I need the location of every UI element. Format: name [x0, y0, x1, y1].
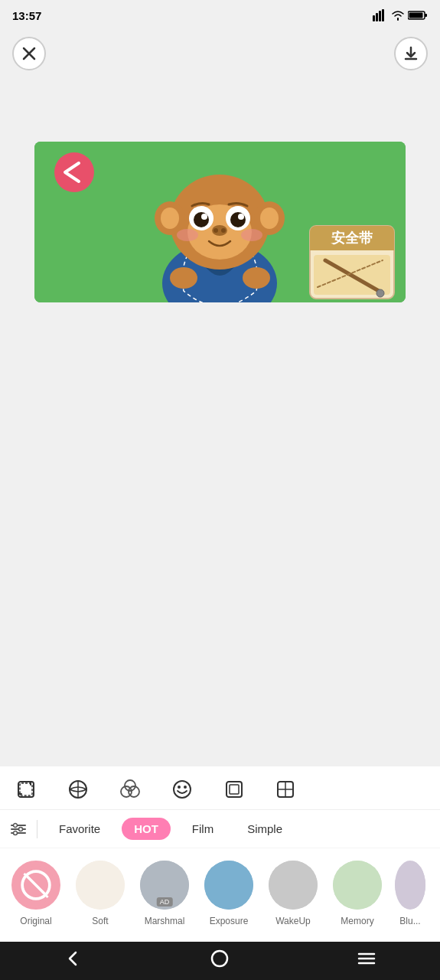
svg-point-50 [178, 786, 181, 789]
svg-point-33 [243, 267, 270, 289]
filter-blur-circle [395, 861, 425, 910]
svg-point-29 [221, 228, 226, 233]
nav-menu-button[interactable] [342, 943, 391, 978]
menu-icon [357, 949, 376, 968]
svg-point-23 [194, 212, 209, 227]
filter-soft-label: Soft [92, 916, 108, 926]
divider [37, 820, 37, 838]
svg-point-12 [54, 152, 94, 192]
filter-marshmal-circle: AD [140, 861, 189, 910]
filter-category-row: Favorite HOT Film Simple [0, 810, 440, 848]
category-favorite[interactable]: Favorite [47, 818, 112, 840]
more-tool[interactable] [272, 776, 300, 803]
svg-point-30 [177, 229, 198, 241]
svg-point-71 [395, 861, 425, 910]
svg-rect-53 [230, 785, 239, 794]
close-icon [22, 47, 36, 60]
filter-exposure-circle [204, 861, 253, 910]
svg-rect-52 [227, 782, 242, 797]
svg-point-25 [201, 214, 207, 220]
svg-rect-1 [376, 13, 378, 21]
filter-exposure-label: Exposure [210, 916, 249, 926]
svg-point-47 [129, 786, 139, 797]
crop-tool[interactable] [12, 776, 40, 803]
svg-point-72 [212, 951, 227, 966]
svg-rect-3 [382, 9, 384, 21]
filter-exposure[interactable]: Exposure [202, 861, 256, 926]
home-circle-icon [210, 949, 229, 968]
svg-point-48 [125, 780, 135, 791]
svg-point-61 [19, 827, 23, 831]
close-button[interactable] [12, 37, 46, 70]
svg-point-69 [269, 861, 318, 910]
category-hot[interactable]: HOT [122, 818, 171, 840]
svg-point-62 [14, 831, 18, 835]
svg-point-41 [376, 289, 384, 297]
svg-point-66 [76, 861, 125, 910]
status-time: 13:57 [12, 9, 41, 22]
exposure-icon [204, 861, 253, 910]
filter-original[interactable]: Original [9, 861, 63, 926]
svg-rect-6 [409, 13, 423, 18]
filter-soft[interactable]: Soft [73, 861, 127, 926]
top-bar [0, 31, 440, 77]
svg-point-51 [184, 786, 187, 789]
svg-point-60 [14, 823, 18, 827]
nav-back-button[interactable] [49, 943, 98, 978]
filter-wakeup-circle [269, 861, 318, 910]
beauty-tool[interactable] [116, 776, 144, 803]
download-button[interactable] [394, 37, 428, 70]
wakeup-icon [269, 861, 318, 910]
svg-point-24 [230, 212, 246, 227]
svg-point-18 [161, 207, 179, 229]
svg-rect-0 [373, 15, 375, 21]
filter-items-row: Original Soft AD Marshmal [0, 848, 440, 942]
svg-point-32 [170, 267, 197, 289]
svg-rect-5 [425, 14, 427, 17]
nav-home-button[interactable] [195, 943, 244, 978]
filter-memory-label: Memory [341, 916, 373, 926]
ad-badge: AD [157, 897, 173, 906]
svg-point-49 [174, 781, 191, 798]
soft-icon [76, 861, 125, 910]
original-icon [14, 861, 58, 910]
sticker-icon [171, 779, 193, 800]
svg-text:安全带: 安全带 [331, 230, 373, 246]
filter-blur-label: Blu... [399, 916, 420, 926]
filter-marshmal-label: Marshmal [145, 916, 185, 926]
svg-point-63 [17, 866, 56, 905]
filter-tool[interactable] [64, 776, 92, 803]
svg-point-28 [213, 228, 218, 233]
crop-icon [15, 779, 37, 800]
filter-wakeup-label: WakeUp [275, 916, 311, 926]
svg-point-68 [204, 861, 253, 910]
filter-memory-circle [333, 861, 382, 910]
svg-point-31 [241, 229, 262, 241]
frame-icon [223, 779, 245, 800]
sticker-tool[interactable] [168, 776, 196, 803]
sticker-image: 安全带 [34, 142, 406, 302]
download-icon [403, 46, 419, 61]
svg-point-64 [22, 871, 50, 899]
filter-marshmal[interactable]: AD Marshmal [138, 861, 191, 926]
filter-memory[interactable]: Memory [331, 861, 384, 926]
filter-wakeup[interactable]: WakeUp [266, 861, 320, 926]
frame-tool[interactable] [220, 776, 248, 803]
nav-bar [0, 942, 440, 980]
blur-icon [395, 861, 425, 910]
svg-point-26 [238, 214, 244, 220]
memory-icon [333, 861, 382, 910]
tool-row [0, 766, 440, 810]
category-film[interactable]: Film [180, 818, 226, 840]
status-icons [373, 9, 428, 21]
filter-settings-icon[interactable] [9, 820, 28, 838]
status-bar: 13:57 [0, 0, 440, 31]
signal-icon [373, 9, 388, 21]
beauty-icon [119, 778, 142, 801]
category-simple[interactable]: Simple [235, 818, 295, 840]
back-arrow-icon [64, 949, 83, 968]
filter-original-label: Original [20, 916, 51, 926]
more-icon [275, 779, 297, 800]
filter-soft-circle [76, 861, 125, 910]
filter-blur[interactable]: Blu... [395, 861, 425, 926]
